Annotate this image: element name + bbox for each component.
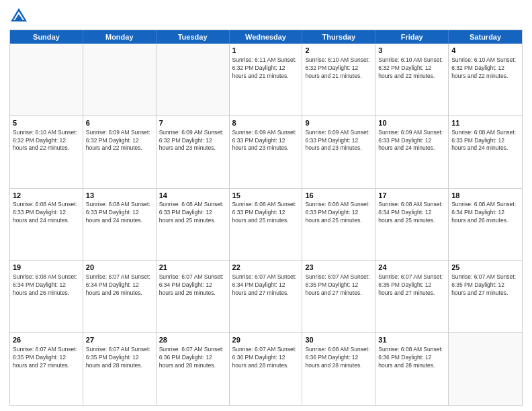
day-cell: 8Sunrise: 6:09 AM Sunset: 6:33 PM Daylig… — [230, 116, 303, 188]
day-number: 5 — [13, 118, 80, 128]
day-number: 24 — [378, 263, 445, 273]
logo-icon — [9, 7, 28, 26]
day-cell: 15Sunrise: 6:08 AM Sunset: 6:33 PM Dayli… — [230, 189, 303, 261]
calendar-header: SundayMondayTuesdayWednesdayThursdayFrid… — [10, 30, 522, 44]
day-number: 1 — [232, 46, 300, 56]
day-info: Sunrise: 6:07 AM Sunset: 6:34 PM Dayligh… — [232, 273, 300, 298]
day-info: Sunrise: 6:07 AM Sunset: 6:35 PM Dayligh… — [305, 273, 372, 298]
day-cell: 14Sunrise: 6:08 AM Sunset: 6:33 PM Dayli… — [157, 189, 230, 261]
day-info: Sunrise: 6:08 AM Sunset: 6:33 PM Dayligh… — [13, 201, 80, 225]
day-cell: 9Sunrise: 6:09 AM Sunset: 6:33 PM Daylig… — [302, 116, 375, 188]
day-info: Sunrise: 6:08 AM Sunset: 6:33 PM Dayligh… — [232, 201, 300, 225]
day-cell: 3Sunrise: 6:10 AM Sunset: 6:32 PM Daylig… — [375, 44, 449, 116]
day-cell: 16Sunrise: 6:08 AM Sunset: 6:33 PM Dayli… — [302, 189, 375, 261]
day-info: Sunrise: 6:08 AM Sunset: 6:36 PM Dayligh… — [378, 346, 445, 370]
day-number: 7 — [159, 118, 226, 128]
weekday-header: Monday — [83, 30, 157, 44]
day-cell: 31Sunrise: 6:08 AM Sunset: 6:36 PM Dayli… — [375, 333, 449, 405]
header — [9, 7, 523, 26]
day-info: Sunrise: 6:07 AM Sunset: 6:36 PM Dayligh… — [232, 346, 300, 370]
day-info: Sunrise: 6:08 AM Sunset: 6:33 PM Dayligh… — [451, 129, 519, 153]
day-cell: 29Sunrise: 6:07 AM Sunset: 6:36 PM Dayli… — [230, 333, 303, 405]
day-info: Sunrise: 6:07 AM Sunset: 6:35 PM Dayligh… — [13, 346, 80, 370]
weekday-header: Sunday — [10, 30, 83, 44]
day-info: Sunrise: 6:10 AM Sunset: 6:32 PM Dayligh… — [13, 129, 80, 153]
day-cell: 20Sunrise: 6:07 AM Sunset: 6:34 PM Dayli… — [83, 261, 157, 332]
day-cell: 27Sunrise: 6:07 AM Sunset: 6:35 PM Dayli… — [83, 333, 157, 405]
day-cell: 22Sunrise: 6:07 AM Sunset: 6:34 PM Dayli… — [230, 261, 303, 332]
day-cell: 21Sunrise: 6:07 AM Sunset: 6:34 PM Dayli… — [157, 261, 230, 332]
day-number: 15 — [232, 191, 300, 201]
weekday-header: Wednesday — [230, 30, 303, 44]
day-cell: 1Sunrise: 6:11 AM Sunset: 6:32 PM Daylig… — [230, 44, 303, 116]
logo — [9, 7, 31, 26]
day-number: 21 — [159, 263, 226, 273]
day-number: 30 — [305, 335, 372, 345]
day-info: Sunrise: 6:10 AM Sunset: 6:32 PM Dayligh… — [305, 56, 372, 81]
day-number: 18 — [451, 191, 519, 201]
day-number: 8 — [232, 118, 300, 128]
calendar-week-row: 26Sunrise: 6:07 AM Sunset: 6:35 PM Dayli… — [10, 333, 522, 405]
day-number: 29 — [232, 335, 300, 345]
day-cell: 6Sunrise: 6:09 AM Sunset: 6:32 PM Daylig… — [83, 116, 157, 188]
calendar-week-row: 1Sunrise: 6:11 AM Sunset: 6:32 PM Daylig… — [10, 44, 522, 116]
day-info: Sunrise: 6:07 AM Sunset: 6:35 PM Dayligh… — [451, 273, 519, 298]
day-info: Sunrise: 6:08 AM Sunset: 6:33 PM Dayligh… — [305, 201, 372, 225]
day-number: 9 — [305, 118, 372, 128]
day-info: Sunrise: 6:08 AM Sunset: 6:34 PM Dayligh… — [13, 273, 80, 298]
day-info: Sunrise: 6:07 AM Sunset: 6:34 PM Dayligh… — [159, 273, 226, 298]
day-info: Sunrise: 6:07 AM Sunset: 6:34 PM Dayligh… — [86, 273, 153, 298]
day-number: 12 — [13, 191, 80, 201]
day-info: Sunrise: 6:10 AM Sunset: 6:32 PM Dayligh… — [451, 56, 519, 81]
day-cell: 26Sunrise: 6:07 AM Sunset: 6:35 PM Dayli… — [10, 333, 83, 405]
day-info: Sunrise: 6:11 AM Sunset: 6:32 PM Dayligh… — [232, 56, 300, 81]
day-number: 10 — [378, 118, 445, 128]
weekday-header: Saturday — [449, 30, 522, 44]
empty-cell — [157, 44, 230, 116]
day-info: Sunrise: 6:10 AM Sunset: 6:32 PM Dayligh… — [378, 56, 445, 81]
calendar: SundayMondayTuesdayWednesdayThursdayFrid… — [9, 30, 523, 406]
day-cell: 23Sunrise: 6:07 AM Sunset: 6:35 PM Dayli… — [302, 261, 375, 332]
day-number: 14 — [159, 191, 226, 201]
day-info: Sunrise: 6:09 AM Sunset: 6:33 PM Dayligh… — [305, 129, 372, 153]
calendar-week-row: 5Sunrise: 6:10 AM Sunset: 6:32 PM Daylig… — [10, 116, 522, 189]
weekday-header: Thursday — [302, 30, 375, 44]
day-number: 26 — [13, 335, 80, 345]
day-number: 16 — [305, 191, 372, 201]
day-number: 28 — [159, 335, 226, 345]
day-number: 4 — [451, 46, 519, 56]
day-number: 20 — [86, 263, 153, 273]
calendar-week-row: 19Sunrise: 6:08 AM Sunset: 6:34 PM Dayli… — [10, 261, 522, 333]
day-info: Sunrise: 6:08 AM Sunset: 6:34 PM Dayligh… — [451, 201, 519, 225]
day-cell: 18Sunrise: 6:08 AM Sunset: 6:34 PM Dayli… — [449, 189, 522, 261]
weekday-header: Friday — [375, 30, 449, 44]
day-cell: 5Sunrise: 6:10 AM Sunset: 6:32 PM Daylig… — [10, 116, 83, 188]
day-number: 11 — [451, 118, 519, 128]
day-number: 31 — [378, 335, 445, 345]
day-info: Sunrise: 6:07 AM Sunset: 6:35 PM Dayligh… — [378, 273, 445, 298]
day-cell: 11Sunrise: 6:08 AM Sunset: 6:33 PM Dayli… — [449, 116, 522, 188]
day-cell: 24Sunrise: 6:07 AM Sunset: 6:35 PM Dayli… — [375, 261, 449, 332]
day-info: Sunrise: 6:09 AM Sunset: 6:32 PM Dayligh… — [159, 129, 226, 153]
day-number: 23 — [305, 263, 372, 273]
day-number: 25 — [451, 263, 519, 273]
day-info: Sunrise: 6:07 AM Sunset: 6:35 PM Dayligh… — [86, 346, 153, 370]
day-number: 6 — [86, 118, 153, 128]
day-cell: 4Sunrise: 6:10 AM Sunset: 6:32 PM Daylig… — [449, 44, 522, 116]
page: SundayMondayTuesdayWednesdayThursdayFrid… — [0, 0, 532, 411]
day-cell: 10Sunrise: 6:09 AM Sunset: 6:33 PM Dayli… — [375, 116, 449, 188]
day-info: Sunrise: 6:09 AM Sunset: 6:33 PM Dayligh… — [378, 129, 445, 153]
day-info: Sunrise: 6:09 AM Sunset: 6:33 PM Dayligh… — [232, 129, 300, 153]
empty-cell — [449, 333, 522, 405]
day-info: Sunrise: 6:08 AM Sunset: 6:33 PM Dayligh… — [159, 201, 226, 225]
day-info: Sunrise: 6:08 AM Sunset: 6:33 PM Dayligh… — [86, 201, 153, 225]
day-info: Sunrise: 6:08 AM Sunset: 6:34 PM Dayligh… — [378, 201, 445, 225]
day-info: Sunrise: 6:08 AM Sunset: 6:36 PM Dayligh… — [305, 346, 372, 370]
day-cell: 2Sunrise: 6:10 AM Sunset: 6:32 PM Daylig… — [302, 44, 375, 116]
day-cell: 13Sunrise: 6:08 AM Sunset: 6:33 PM Dayli… — [83, 189, 157, 261]
calendar-body: 1Sunrise: 6:11 AM Sunset: 6:32 PM Daylig… — [10, 44, 522, 405]
day-cell: 7Sunrise: 6:09 AM Sunset: 6:32 PM Daylig… — [157, 116, 230, 188]
empty-cell — [83, 44, 157, 116]
day-number: 19 — [13, 263, 80, 273]
day-cell: 25Sunrise: 6:07 AM Sunset: 6:35 PM Dayli… — [449, 261, 522, 332]
